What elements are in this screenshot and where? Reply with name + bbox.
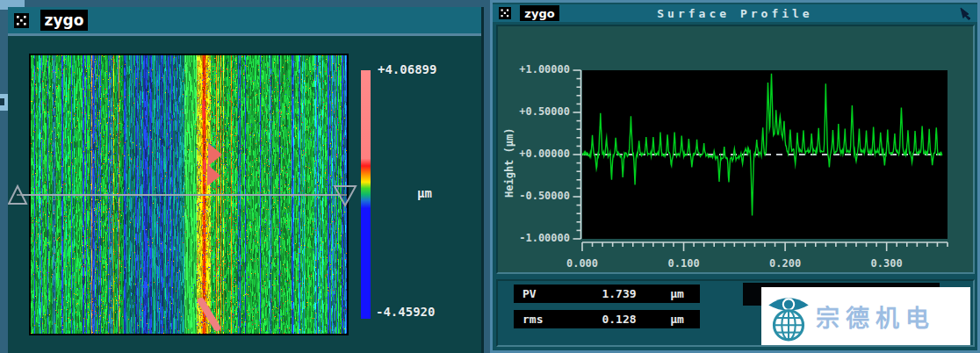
watermark-text: 宗德机电	[816, 299, 935, 334]
rms-result-box: rms 0.128 µm	[514, 310, 700, 328]
x-tick-label: 0.200	[754, 257, 816, 270]
rms-value: 0.128	[584, 313, 654, 326]
background-window-notch	[0, 98, 4, 105]
watermark: 宗德机电	[761, 287, 970, 345]
colorbar-unit-label: µm	[417, 186, 432, 200]
eye-globe-logo-icon	[761, 289, 816, 343]
window-title: Surface Profile	[493, 7, 977, 20]
dots-grid-icon	[14, 13, 29, 28]
x-tick-label: 0.000	[551, 257, 613, 270]
profile-slice-overlay	[8, 176, 377, 213]
zygo-logo: zygo	[40, 10, 88, 31]
y-tick-label: +0.00000	[508, 148, 570, 160]
y-tick-label: -0.50000	[508, 190, 570, 202]
surface-profile-titlebar[interactable]: zygo Surface Profile	[493, 4, 977, 22]
pv-value: 1.739	[584, 287, 654, 300]
y-tick-label: +1.00000	[508, 63, 570, 76]
rms-label: rms	[514, 313, 584, 326]
desktop-edge-strip	[0, 0, 8, 353]
rms-unit: µm	[654, 313, 700, 326]
tool-cursor-icon[interactable]	[959, 6, 973, 20]
window-menu-icon[interactable]	[14, 13, 29, 28]
y-axis-ruler	[572, 68, 582, 241]
colorbar-max-label: +4.06899	[378, 62, 436, 76]
profile-plot-canvas	[582, 70, 948, 239]
surface-map-window: zygo +4.06899 µm -4.45920	[8, 7, 484, 353]
colorbar-min-label: -4.45920	[376, 305, 435, 319]
x-axis-ruler	[580, 241, 949, 254]
pv-unit: µm	[654, 287, 700, 300]
surface-profile-window: zygo Surface Profile Height (µm) Distanc…	[490, 0, 980, 353]
y-tick-label: +0.50000	[508, 105, 570, 118]
profile-chart-panel: Height (µm) Distance (mm) +1.00000+0.500…	[496, 25, 975, 274]
zygo-logo-text: zygo	[45, 11, 84, 29]
x-tick-label: 0.300	[856, 257, 918, 270]
pv-result-box: PV 1.739 µm	[514, 285, 700, 303]
x-tick-label: 0.100	[653, 257, 715, 270]
y-tick-label: -1.00000	[508, 232, 570, 244]
pv-label: PV	[514, 287, 584, 300]
surface-map-titlebar[interactable]: zygo	[8, 7, 481, 36]
